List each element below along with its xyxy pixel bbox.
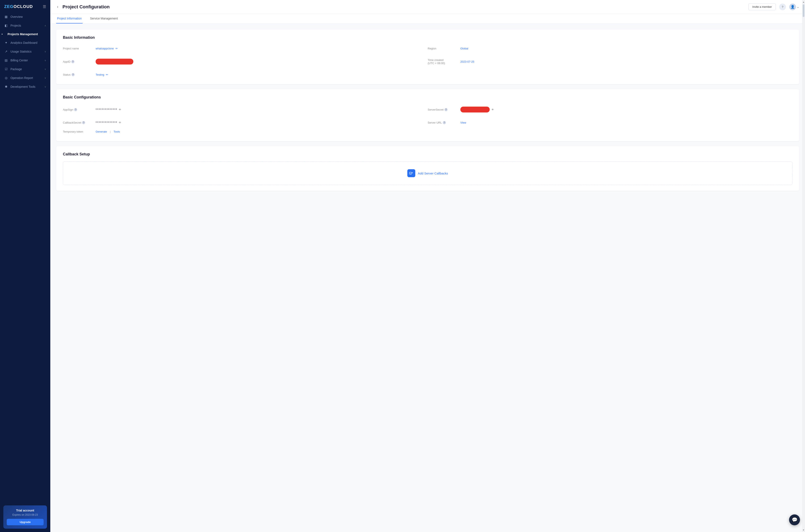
back-button[interactable]: ‹ (56, 4, 59, 10)
sidebar-item-billing[interactable]: ▤ Billing Center ∨ (0, 56, 50, 65)
sidebar-item-analytics[interactable]: ✦ Analytics Dashboard (0, 38, 50, 47)
time-created-label: Time created(UTC + 08:00) (428, 58, 457, 65)
callbacksecret-row: CallbackSecret ? ************** 👁 (63, 119, 428, 126)
page-title: Project Configuration (62, 4, 745, 10)
content-area: Basic Information Project name whatsappc… (50, 24, 805, 532)
sidebar: ZEGOCLOUD ☰ ▦ Overview ◧ Projects ∧ Proj… (0, 0, 50, 532)
appid-value (96, 59, 133, 64)
sidebar-item-label: Billing Center (11, 59, 42, 62)
basic-information-section: Basic Information Project name whatsappc… (56, 30, 799, 84)
callback-setup-title: Callback Setup (63, 152, 792, 156)
chat-bubble-button[interactable]: 💬 (789, 514, 800, 525)
usage-icon: ↗ (4, 50, 8, 53)
sidebar-item-overview[interactable]: ▦ Overview (0, 12, 50, 21)
sidebar-item-label: Operation Report (11, 76, 42, 80)
sidebar-item-projects[interactable]: ◧ Projects ∧ (0, 21, 50, 30)
basic-configurations-section: Basic Configurations AppSign ? *********… (56, 89, 799, 141)
basic-info-title: Basic Information (63, 35, 792, 40)
sidebar-item-label: Projects (11, 24, 42, 27)
sidebar-item-label: Analytics Dashboard (11, 41, 46, 44)
basic-configs-grid: AppSign ? ************** 👁 ServerSecret … (63, 104, 792, 126)
sidebar-item-label: Usage Statistics (11, 50, 42, 53)
scroll-thumb[interactable] (803, 4, 804, 17)
appid-help-icon[interactable]: ? (71, 60, 74, 63)
chevron-down-icon: ∨ (44, 68, 46, 71)
appsign-eye-icon[interactable]: 👁 (118, 108, 122, 111)
temporary-token-value: Generate | Tools (96, 130, 120, 133)
operation-icon: ◎ (4, 76, 8, 80)
dev-tools-icon: ✱ (4, 85, 8, 89)
upgrade-button[interactable]: Upgrade (7, 519, 43, 525)
serversecret-row: ServerSecret ? 👁 (428, 104, 792, 115)
tabs: Project Information Service Management (50, 14, 805, 24)
callbacksecret-eye-icon[interactable]: 👁 (118, 121, 122, 124)
scrollbar[interactable]: ▲ ▼ (802, 0, 805, 532)
appsign-help-icon[interactable]: ? (74, 108, 77, 111)
header: ‹ Project Configuration Invite a member … (50, 0, 805, 14)
add-server-callbacks-button[interactable]: Add Server Callbacks (63, 162, 792, 185)
sidebar-item-projects-management[interactable]: Projects Management (0, 30, 50, 38)
sidebar-item-package[interactable]: ☑ Package ∨ (0, 65, 50, 74)
sidebar-item-operation[interactable]: ◎ Operation Report ∨ (0, 74, 50, 82)
status-help-icon[interactable]: ? (72, 73, 75, 76)
main-wrapper: ‹ Project Configuration Invite a member … (50, 0, 805, 532)
temporary-token-row: Temporary token Generate | Tools (63, 128, 792, 135)
region-row: Region Global (428, 45, 792, 52)
temporary-token-label: Temporary token (63, 130, 92, 133)
chevron-down-icon: ∨ (44, 77, 46, 79)
status-label: Status ? (63, 73, 92, 76)
sidebar-item-label: Overview (11, 15, 46, 18)
time-created-row: Time created(UTC + 08:00) 2023-07-25 (428, 56, 792, 67)
user-menu[interactable]: 👤 ⌄ (789, 3, 799, 10)
trial-title: Trial account (7, 509, 43, 512)
project-name-value: whatsappclone ✏ (96, 47, 118, 50)
trial-card: Trial account Expires on 2023-08-23 Upgr… (3, 506, 47, 529)
status-row: Status ? Testing ✏ (63, 71, 428, 78)
appid-row: AppID ? (63, 56, 428, 67)
project-name-label: Project name (63, 47, 92, 50)
serverurl-value: View (460, 121, 466, 124)
appsign-value: ************** 👁 (96, 108, 122, 111)
billing-icon: ▤ (4, 58, 8, 62)
status-edit-icon[interactable]: ✏ (106, 73, 108, 76)
serversecret-help-icon[interactable]: ? (444, 108, 447, 111)
sidebar-item-dev-tools[interactable]: ✱ Development Tools ∨ (0, 82, 50, 91)
package-icon: ☑ (4, 67, 8, 71)
scroll-down-arrow[interactable]: ▼ (802, 528, 805, 532)
serverurl-row: Server URL ? View (428, 119, 792, 126)
basic-info-grid: Project name whatsappclone ✏ Region Glob… (63, 45, 792, 78)
appid-label: AppID ? (63, 60, 92, 63)
tab-project-information[interactable]: Project Information (56, 14, 83, 23)
tab-service-management[interactable]: Service Management (89, 14, 118, 23)
menu-icon[interactable]: ☰ (43, 4, 46, 9)
help-icon-button[interactable]: ? (779, 3, 786, 10)
appid-redacted (96, 59, 133, 64)
generate-link[interactable]: Generate (96, 130, 107, 133)
callback-setup-section: Callback Setup Add Server Callbacks (56, 146, 799, 191)
sidebar-item-label: Projects Management (7, 33, 46, 36)
sidebar-item-label: Package (11, 68, 42, 71)
invite-member-button[interactable]: Invite a member (748, 3, 776, 10)
serversecret-value: 👁 (460, 107, 494, 113)
serverurl-help-icon[interactable]: ? (443, 121, 446, 124)
appsign-row: AppSign ? ************** 👁 (63, 104, 428, 115)
serversecret-eye-icon[interactable]: 👁 (491, 108, 494, 111)
avatar: 👤 (789, 3, 796, 10)
serversecret-label: ServerSecret ? (428, 108, 457, 111)
trial-section: Trial account Expires on 2023-08-23 Upgr… (0, 502, 50, 532)
project-name-row: Project name whatsappclone ✏ (63, 45, 428, 52)
tools-link[interactable]: Tools (114, 130, 120, 133)
chevron-down-icon: ∨ (44, 50, 46, 53)
user-chevron-icon: ⌄ (797, 5, 799, 8)
sidebar-item-usage[interactable]: ↗ Usage Statistics ∨ (0, 47, 50, 56)
serverurl-view-link[interactable]: View (460, 121, 466, 124)
sidebar-item-label: Development Tools (11, 85, 42, 89)
trial-expires: Expires on 2023-08-23 (7, 513, 43, 516)
callbacksecret-help-icon[interactable]: ? (82, 121, 85, 124)
project-name-edit-icon[interactable]: ✏ (115, 47, 118, 50)
callbacksecret-value: ************** 👁 (96, 121, 122, 124)
region-value: Global (460, 47, 468, 50)
scroll-up-arrow[interactable]: ▲ (802, 0, 805, 4)
projects-icon: ◧ (4, 24, 8, 27)
region-label: Region (428, 47, 457, 50)
